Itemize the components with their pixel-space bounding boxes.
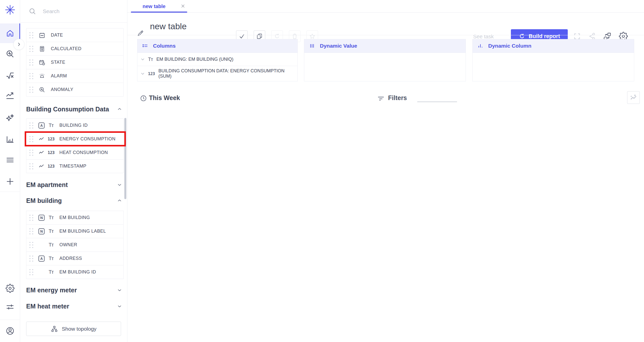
- drag-handle-icon[interactable]: [29, 59, 33, 66]
- number-type-icon: 123: [47, 150, 55, 155]
- rail-divider-top: [0, 192, 20, 192]
- section-header-building-consumption-data[interactable]: Building Consumption Data: [26, 104, 124, 114]
- section-header-em-building[interactable]: EM building: [26, 195, 124, 206]
- text-type-icon: Tт: [47, 269, 55, 275]
- chevron-right-icon: [16, 42, 21, 47]
- boxed-n-icon: N: [38, 215, 45, 221]
- field-row-alarm[interactable]: ALARM: [26, 69, 124, 83]
- field-row-date[interactable]: DATE: [26, 28, 124, 42]
- tab-label[interactable]: new table: [131, 4, 177, 9]
- chevron-down-icon[interactable]: [140, 71, 145, 76]
- tab-new-table[interactable]: new table: [131, 0, 187, 13]
- column-row-label: EM BUILDING: EM BUILDING (UNIQ): [156, 57, 233, 62]
- build-report-label: Build report: [529, 33, 560, 40]
- section-header-em-heat-meter[interactable]: EM heat meter: [26, 301, 124, 312]
- sidebar-scrollbar[interactable]: [124, 118, 126, 199]
- rail-item-formula[interactable]: [0, 68, 20, 82]
- filters-label[interactable]: Filters: [388, 94, 407, 102]
- rail-divider-bottom: [0, 320, 20, 320]
- field-row-owner[interactable]: Tт OWNER: [26, 238, 124, 252]
- rail-item-preferences[interactable]: [0, 300, 20, 314]
- copy-icon: [256, 33, 263, 40]
- drag-handle-icon[interactable]: [29, 87, 33, 93]
- app-logo[interactable]: ✳: [0, 0, 20, 20]
- chevron-down-icon[interactable]: [117, 288, 122, 293]
- field-label: DATE: [51, 33, 63, 38]
- drag-handle-icon[interactable]: [29, 256, 33, 262]
- tab-bar: new table: [127, 0, 644, 13]
- dynamic-value-panel-body[interactable]: [304, 53, 466, 81]
- field-row-calculated[interactable]: CALCULATED: [26, 42, 124, 56]
- column-row-em-building[interactable]: Tт EM BUILDING: EM BUILDING (UNIQ): [137, 53, 297, 66]
- chevron-down-icon[interactable]: [117, 182, 122, 187]
- chevron-down-icon[interactable]: [117, 304, 122, 309]
- drag-handle-icon[interactable]: [29, 122, 33, 129]
- columns-panel-header[interactable]: Columns: [137, 39, 297, 53]
- drag-handle-icon[interactable]: [29, 242, 33, 248]
- rail-item-trend[interactable]: [0, 89, 20, 103]
- trend-mini-icon: [38, 150, 45, 156]
- columns-panel: Columns Tт EM BUILDING: EM BUILDING (UNI…: [137, 39, 298, 81]
- drag-handle-icon[interactable]: [29, 228, 33, 234]
- drag-handle-icon[interactable]: [29, 32, 33, 38]
- section-title: EM apartment: [26, 181, 68, 189]
- section-title: Building Consumption Data: [26, 106, 109, 113]
- filters-input-underline[interactable]: [417, 102, 457, 102]
- drag-handle-icon[interactable]: [29, 46, 33, 52]
- chevron-up-icon[interactable]: [117, 198, 122, 203]
- search-input[interactable]: [43, 8, 118, 14]
- alarm-icon: [38, 73, 46, 79]
- drag-handle-icon[interactable]: [29, 73, 33, 79]
- drag-handle-icon[interactable]: [29, 163, 33, 169]
- field-row-timestamp[interactable]: 123 TIMESTAMP: [26, 159, 124, 173]
- time-range-label[interactable]: This Week: [149, 94, 180, 102]
- boxed-a-icon: A: [38, 256, 45, 262]
- field-row-building-id[interactable]: A Tт BUILDING ID: [26, 118, 124, 132]
- sidebar-collapse-button[interactable]: [13, 39, 24, 50]
- field-row-anomaly[interactable]: ANOMALY: [26, 83, 124, 97]
- dynamic-value-panel-header[interactable]: Dynamic Value: [304, 39, 466, 53]
- value-bars-icon: [309, 43, 315, 49]
- field-row-state[interactable]: STATE: [26, 55, 124, 69]
- drag-handle-icon[interactable]: [29, 136, 33, 142]
- chevron-up-icon[interactable]: [117, 107, 122, 112]
- field-row-em-building-id[interactable]: Tт EM BUILDING ID: [26, 265, 124, 279]
- rail-item-add[interactable]: [0, 174, 20, 189]
- chart-suggestion-button[interactable]: [627, 91, 640, 104]
- section-header-em-apartment[interactable]: EM apartment: [26, 179, 124, 190]
- drag-handle-icon[interactable]: [29, 269, 33, 275]
- chevron-down-icon[interactable]: [140, 57, 145, 61]
- rail-item-menu[interactable]: [0, 153, 20, 167]
- text-type-icon: Tт: [47, 228, 55, 234]
- dynamic-column-panel: Dynamic Column: [472, 39, 634, 81]
- drag-handle-icon[interactable]: [29, 215, 33, 221]
- edit-pencil-icon[interactable]: [137, 30, 144, 37]
- field-label: ANOMALY: [51, 87, 73, 92]
- field-row-heat-consumption[interactable]: 123 HEAT CONSUMPTION: [26, 146, 124, 160]
- field-row-em-building-label[interactable]: N Tт EM BUILDING LABEL: [26, 224, 124, 238]
- field-row-address[interactable]: A Tт ADDRESS: [26, 252, 124, 265]
- trend-mini-icon: [38, 163, 45, 169]
- number-type-icon: 123: [47, 164, 55, 169]
- boxed-a-icon: A: [38, 122, 45, 129]
- add-icon: [5, 177, 15, 186]
- field-label: EM BUILDING ID: [59, 269, 96, 275]
- field-row-em-building[interactable]: N Tт EM BUILDING: [26, 211, 124, 225]
- close-icon[interactable]: [180, 3, 186, 9]
- field-row-energy-consumption[interactable]: 123 ENERGY CONSUMPTION: [26, 132, 124, 146]
- drag-handle-icon[interactable]: [29, 150, 33, 156]
- column-row-energy-consumption[interactable]: 123 BUILDING CONSUMPTION DATA: ENERGY CO…: [137, 66, 297, 81]
- rail-item-ai[interactable]: [0, 111, 20, 125]
- rail-item-profile[interactable]: [0, 324, 20, 338]
- panel-title: Columns: [153, 43, 176, 49]
- column-row-label: BUILDING CONSUMPTION DATA: ENERGY CONSUM…: [158, 68, 294, 79]
- building-consumption-field-list: A Tт BUILDING ID 123 ENERGY CONSUMPTION …: [26, 118, 124, 173]
- see-task-link[interactable]: See task: [473, 34, 494, 40]
- rail-item-reports[interactable]: [0, 132, 20, 146]
- dynamic-column-panel-body[interactable]: [473, 53, 634, 81]
- show-topology-button[interactable]: Show topology: [26, 322, 121, 336]
- logo-icon: ✳: [5, 4, 16, 17]
- section-header-em-energy-meter[interactable]: EM energy meter: [26, 285, 124, 295]
- dynamic-column-panel-header[interactable]: Dynamic Column: [473, 39, 634, 53]
- rail-item-settings[interactable]: [0, 281, 20, 295]
